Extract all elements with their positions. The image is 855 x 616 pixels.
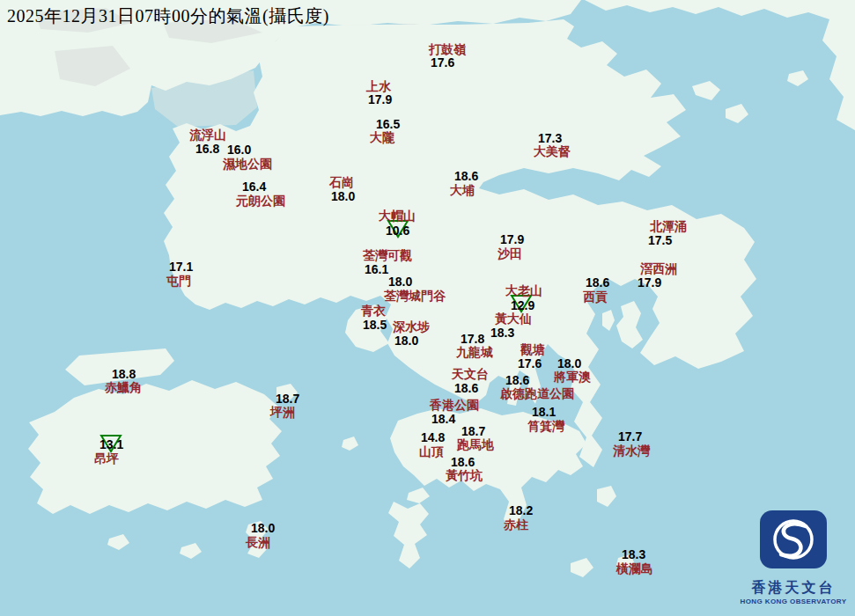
station-temperature: 18.0 xyxy=(557,357,581,370)
station-name: 濕地公園 xyxy=(223,158,272,171)
station-temperature: 18.6 xyxy=(586,276,609,290)
station-temperature: 18.3 xyxy=(490,326,514,340)
station-temperature: 14.8 xyxy=(421,431,445,444)
station-name: 大老山 xyxy=(505,284,542,297)
station-name: 荃灣城門谷 xyxy=(384,290,446,303)
station-name: 北潭涌 xyxy=(650,220,687,233)
map-title: 2025年12月31日07時00分的氣溫(攝氏度) xyxy=(7,4,329,28)
station-name: 長洲 xyxy=(246,536,270,549)
station-temperature: 17.3 xyxy=(538,132,562,145)
station-temperature: 18.6 xyxy=(454,382,478,395)
station-name: 九龍城 xyxy=(456,346,493,359)
station-name: 橫瀾島 xyxy=(616,562,653,576)
station-temperature: 18.7 xyxy=(276,392,299,406)
station-temperature: 17.1 xyxy=(169,260,193,274)
temperature-map: 2025年12月31日07時00分的氣溫(攝氏度) 打鼓嶺17.6上水17.9大… xyxy=(0,0,855,616)
station-name: 西貢 xyxy=(583,290,608,304)
station-temperature: 18.0 xyxy=(388,275,412,289)
station-name: 青衣 xyxy=(361,304,386,318)
station-name: 赤柱 xyxy=(504,518,528,532)
station-temperature: 17.6 xyxy=(518,357,542,370)
station-temperature: 16.8 xyxy=(195,143,219,156)
station-temperature: 16.4 xyxy=(242,180,266,194)
station-temperature: 18.6 xyxy=(505,374,529,387)
station-temperature: 16.5 xyxy=(376,118,400,131)
station-name: 天文台 xyxy=(452,368,489,381)
station-name: 大美督 xyxy=(534,145,571,158)
station-name: 石崗 xyxy=(329,176,354,189)
station-name: 黃竹坑 xyxy=(446,469,483,482)
station-name: 赤鱲角 xyxy=(105,381,142,394)
station-temperature: 18.3 xyxy=(622,548,645,561)
station-temperature: 17.5 xyxy=(648,234,672,247)
station-name: 山頂 xyxy=(419,445,444,458)
station-temperature: 18.0 xyxy=(394,334,418,348)
station-temperature: 18.6 xyxy=(454,170,478,183)
station-name: 大隴 xyxy=(370,131,394,144)
station-temperature: 16.1 xyxy=(365,263,388,276)
station-temperature: 18.6 xyxy=(451,456,475,469)
station-temperature: 18.0 xyxy=(251,522,275,535)
station-name: 清水灣 xyxy=(613,444,650,458)
station-name: 沙田 xyxy=(498,247,522,260)
station-temperature: 16.0 xyxy=(227,143,251,157)
station-name: 香港公園 xyxy=(430,399,479,412)
station-temperature: 18.8 xyxy=(112,368,136,381)
station-name: 滘西洲 xyxy=(640,262,677,275)
station-temperature: 18.0 xyxy=(331,190,355,203)
station-name: 跑馬地 xyxy=(457,438,494,451)
station-temperature: 17.9 xyxy=(638,276,661,290)
station-name: 黃大仙 xyxy=(495,312,532,326)
station-temperature: 18.7 xyxy=(461,425,485,438)
hko-logo: 香港天文台 HONG KONG OBSERVATORY xyxy=(738,510,849,605)
hko-logo-name-zh: 香港天文台 xyxy=(738,579,849,598)
station-temperature: 17.7 xyxy=(618,430,642,444)
station-temperature: 18.2 xyxy=(509,504,533,517)
station-temperature: 18.1 xyxy=(532,406,556,419)
station-name: 元朗公園 xyxy=(236,194,285,208)
station-name: 屯門 xyxy=(166,275,191,288)
station-name: 大帽山 xyxy=(379,209,416,223)
station-temperature: 10.6 xyxy=(386,224,409,238)
station-temperature: 18.4 xyxy=(431,413,455,426)
station-temperature: 17.8 xyxy=(461,333,484,346)
station-name: 筲箕灣 xyxy=(527,420,564,433)
stations-layer: 打鼓嶺17.6上水17.9大隴16.5流浮山16.8大美督17.3濕地公園16.… xyxy=(0,0,855,616)
station-name: 大埔 xyxy=(450,184,475,197)
station-name: 將軍澳 xyxy=(554,370,591,384)
station-temperature: 17.6 xyxy=(431,56,454,70)
station-name: 坪洲 xyxy=(270,406,295,419)
station-name: 昂坪 xyxy=(94,452,119,466)
station-temperature: 17.9 xyxy=(500,233,524,246)
station-name: 深水埗 xyxy=(393,320,430,334)
station-name: 觀塘 xyxy=(520,343,545,356)
station-temperature: 17.9 xyxy=(368,93,392,106)
station-temperature: 18.5 xyxy=(363,319,387,332)
station-temperature: 13.1 xyxy=(100,438,123,451)
station-name: 啟德跑道公園 xyxy=(500,387,574,400)
station-name: 流浮山 xyxy=(189,128,226,142)
hko-logo-icon xyxy=(758,510,829,570)
hko-logo-name-en: HONG KONG OBSERVATORY xyxy=(738,598,849,605)
station-name: 荃灣可觀 xyxy=(363,249,412,262)
